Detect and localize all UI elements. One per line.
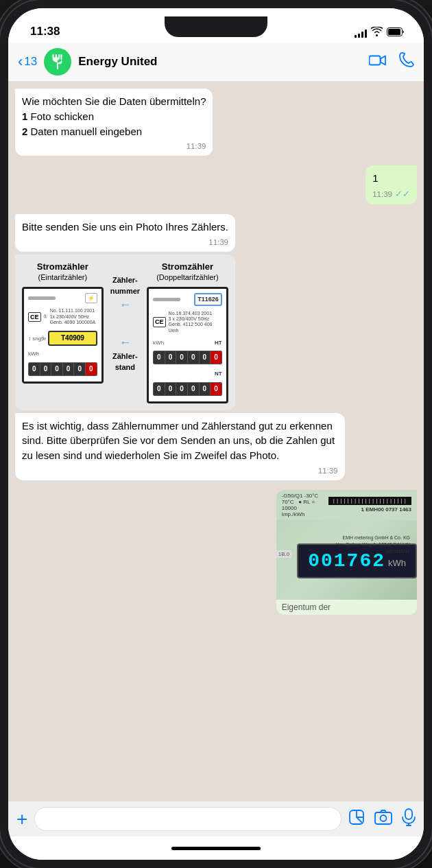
bubble-text: Bitte senden Sie uns ein Photo Ihres Zäh… [22, 220, 228, 235]
meter-right-subtitle: (Doppeltarifzähler) [147, 272, 228, 283]
back-count: 13 [24, 55, 37, 69]
svg-rect-4 [375, 812, 392, 824]
phone-screen: 11:38 [8, 8, 424, 860]
input-bar: + [8, 801, 424, 836]
back-button[interactable]: ‹ 13 [18, 53, 37, 71]
svg-point-5 [381, 815, 387, 821]
back-chevron-icon: ‹ [18, 53, 23, 71]
phone-frame: 11:38 [0, 0, 432, 868]
notch [165, 16, 267, 37]
meter-right: Stromzähler (Doppeltarifzähler) T11626 [147, 261, 228, 403]
contact-name[interactable]: Energy United [78, 55, 362, 69]
bubble-image-incoming: Stromzähler (Eintarifzähler) ⚡ [15, 255, 235, 410]
bubble-meta: 11:39 ✓✓ [372, 188, 410, 200]
bubble-meta: 11:39 [22, 237, 228, 248]
signal-icon [355, 28, 367, 38]
battery-icon [387, 27, 405, 38]
wifi-icon [371, 27, 383, 38]
status-icons [355, 27, 405, 38]
eigentum-strip: Eigentum der [276, 600, 417, 615]
meter-readout-right-nt: 0 0 0 0 0 0 [153, 382, 222, 396]
message-row: -G50/Q1 -30°C 70°C ● RL = 10000Imp./kWh … [15, 490, 417, 615]
meter-top-info: -G50/Q1 -30°C 70°C ● RL = 10000Imp./kWh [282, 493, 328, 517]
bubble-text: Wie möchten Sie die Daten übermitteln? 1… [22, 94, 206, 139]
bubble-time: 11:39 [187, 141, 206, 152]
meter-left: Stromzähler (Eintarifzähler) ⚡ [22, 261, 104, 384]
message-row: Stromzähler (Eintarifzähler) ⚡ [15, 255, 417, 410]
message-input[interactable] [34, 807, 341, 831]
diagram-labels: Zähler-nummer ← ← Zähler-stand [110, 261, 140, 386]
meter-unit: kWh [388, 558, 406, 568]
meter-right-title: Stromzähler [147, 261, 228, 272]
company-text: EMH metering GmbH & Co. KG Hex-Dallner W… [336, 535, 410, 554]
message-row: Bitte senden Sie uns ein Photo Ihres Zäh… [15, 214, 417, 252]
message-row: 1 11:39 ✓✓ [15, 165, 417, 204]
status-time: 11:38 [27, 25, 60, 38]
message-row: Es ist wichtig, dass Zählernummer und Zä… [15, 413, 417, 480]
meter-diagram: Stromzähler (Eintarifzähler) ⚡ [15, 255, 235, 410]
svg-rect-1 [388, 29, 400, 35]
home-indicator [8, 836, 424, 860]
bubble-time: 11:39 [318, 465, 338, 476]
meter-readout-right-ht: 0 0 0 0 0 0 [153, 351, 222, 364]
meter-left-subtitle: (Eintarifzähler) [22, 272, 104, 283]
svg-rect-6 [405, 809, 412, 819]
bubble-time: 11:39 [208, 237, 228, 248]
read-tick-icon: ✓✓ [395, 188, 410, 200]
bubble-time: 11:39 [372, 189, 392, 200]
svg-rect-2 [370, 56, 381, 65]
bubble-text: 1 [372, 171, 410, 186]
plug-icon [49, 53, 67, 71]
meter-photo: -G50/Q1 -30°C 70°C ● RL = 10000Imp./kWh … [276, 490, 417, 600]
home-bar [171, 847, 261, 850]
video-call-icon[interactable] [369, 53, 387, 71]
header-actions [369, 52, 414, 71]
add-attachment-button[interactable]: + [16, 810, 27, 829]
meter-left-title: Stromzähler [22, 261, 104, 272]
barcode: ||||||||||||||||||||| [328, 497, 411, 505]
contact-avatar [44, 48, 71, 75]
serial-number: 1 EMH00 0737 1463 [361, 506, 411, 513]
bubble-text: Es ist wichtig, dass Zählernummer und Zä… [22, 419, 338, 463]
bubble-outgoing: 1 11:39 ✓✓ [365, 165, 417, 204]
camera-button[interactable] [374, 810, 392, 829]
meter-right-box: T11626 CE No.16.374.403 20013 x 230/400V… [147, 287, 228, 403]
bubble-incoming: Es ist wichtig, dass Zählernummer und Zä… [15, 413, 345, 480]
meter-photo-bubble: -G50/Q1 -30°C 70°C ● RL = 10000Imp./kWh … [276, 490, 417, 615]
meter-company-info: EMH metering GmbH & Co. KG Hex-Dallner W… [336, 535, 410, 554]
input-action-icons [348, 808, 416, 830]
chat-header: ‹ 13 Energy United [8, 43, 424, 82]
chat-body[interactable]: Wie möchten Sie die Daten übermitteln? 1… [8, 82, 424, 801]
meter-left-info: 1B.0 [276, 550, 291, 558]
meter-photo-top: -G50/Q1 -30°C 70°C ● RL = 10000Imp./kWh … [276, 490, 417, 520]
meter-readout-left: 0 0 0 0 0 0 [28, 362, 97, 376]
sticker-button[interactable] [348, 809, 365, 830]
bubble-meta: 11:39 [22, 465, 338, 476]
message-row: Wie möchten Sie die Daten übermitteln? 1… [15, 89, 417, 156]
meter-serial-left: T40909 [48, 331, 97, 346]
bubble-incoming: Bitte senden Sie uns ein Photo Ihres Zäh… [15, 214, 235, 252]
zahlernummer-label: Zähler-nummer ← [110, 275, 140, 314]
bubble-meta: 11:39 [22, 141, 206, 152]
zahlerstand-label: ← Zähler-stand [110, 334, 140, 373]
microphone-button[interactable] [402, 808, 416, 830]
eigentum-text: Eigentum der [282, 602, 331, 612]
bubble-incoming: Wie möchten Sie die Daten übermitteln? 1… [15, 89, 213, 156]
meter-left-box: ⚡ CE ® No. 11.111.100 20011x 230/400V 50… [22, 287, 104, 384]
phone-call-icon[interactable] [399, 52, 414, 71]
